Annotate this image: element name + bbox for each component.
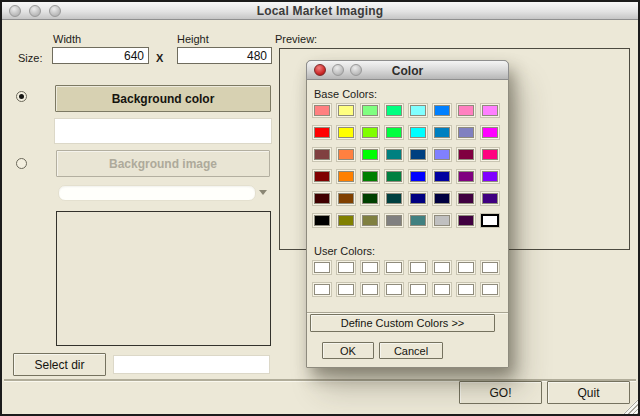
user-color-swatch[interactable] [408, 260, 428, 275]
base-color-swatch[interactable] [480, 125, 500, 140]
base-color-swatch[interactable] [312, 125, 332, 140]
base-color-swatch[interactable] [408, 169, 428, 184]
base-color-swatch[interactable] [432, 169, 452, 184]
base-color-swatch[interactable] [384, 147, 404, 162]
base-color-swatch[interactable] [384, 125, 404, 140]
color-dialog: Color Base Colors: User Colors: Define C… [306, 60, 509, 368]
image-listbox[interactable] [56, 211, 271, 346]
base-color-swatch[interactable] [480, 103, 500, 118]
base-color-swatch[interactable] [360, 191, 380, 206]
user-colors-grid [312, 260, 504, 304]
size-label: Size: [18, 52, 42, 64]
chevron-down-icon[interactable] [259, 190, 267, 195]
base-color-swatch[interactable] [480, 169, 500, 184]
user-colors-label: User Colors: [314, 245, 375, 257]
user-color-swatch[interactable] [360, 260, 380, 275]
base-color-swatch[interactable] [312, 147, 332, 162]
user-color-swatch[interactable] [384, 260, 404, 275]
base-color-swatch[interactable] [456, 147, 476, 162]
color-dialog-titlebar[interactable]: Color [306, 60, 509, 80]
base-color-swatch[interactable] [408, 103, 428, 118]
height-input[interactable] [177, 47, 272, 64]
background-color-value-field[interactable] [54, 118, 272, 144]
user-color-swatch[interactable] [336, 260, 356, 275]
base-color-swatch[interactable] [456, 191, 476, 206]
user-color-swatch[interactable] [336, 282, 356, 297]
base-color-swatch[interactable] [456, 125, 476, 140]
base-color-swatch[interactable] [360, 125, 380, 140]
base-color-swatch[interactable] [432, 125, 452, 140]
base-color-swatch[interactable] [336, 103, 356, 118]
height-label: Height [177, 33, 209, 45]
base-colors-label: Base Colors: [314, 88, 377, 100]
base-color-swatch[interactable] [336, 191, 356, 206]
user-color-swatch[interactable] [480, 260, 500, 275]
base-color-swatch[interactable] [408, 147, 428, 162]
base-color-swatch[interactable] [480, 213, 500, 228]
base-color-swatch[interactable] [480, 191, 500, 206]
user-color-swatch[interactable] [384, 282, 404, 297]
base-color-swatch[interactable] [384, 169, 404, 184]
background-color-button[interactable]: Background color [55, 85, 271, 112]
main-window: Local Market Imaging Width Height Previe… [0, 0, 640, 416]
base-color-swatch[interactable] [312, 213, 332, 228]
base-color-swatch[interactable] [384, 103, 404, 118]
width-label: Width [53, 33, 81, 45]
base-color-swatch[interactable] [432, 103, 452, 118]
size-separator-label: X [156, 52, 163, 64]
define-custom-colors-button[interactable]: Define Custom Colors >> [310, 314, 495, 332]
user-color-swatch[interactable] [408, 282, 428, 297]
user-color-swatch[interactable] [312, 260, 332, 275]
base-color-swatch[interactable] [408, 213, 428, 228]
select-dir-button[interactable]: Select dir [13, 353, 106, 376]
quit-button[interactable]: Quit [547, 381, 630, 404]
cancel-button[interactable]: Cancel [379, 342, 443, 359]
main-titlebar[interactable]: Local Market Imaging [2, 2, 638, 20]
base-color-swatch[interactable] [480, 147, 500, 162]
user-color-swatch[interactable] [360, 282, 380, 297]
ok-button[interactable]: OK [322, 342, 374, 359]
dir-path-field[interactable] [113, 355, 270, 374]
base-color-swatch[interactable] [432, 147, 452, 162]
base-color-swatch[interactable] [432, 191, 452, 206]
base-color-swatch[interactable] [456, 213, 476, 228]
base-color-swatch[interactable] [312, 169, 332, 184]
window-title: Local Market Imaging [2, 2, 638, 20]
user-color-swatch[interactable] [432, 260, 452, 275]
background-image-combobox[interactable] [58, 185, 268, 201]
base-color-swatch[interactable] [408, 191, 428, 206]
color-dialog-title: Color [307, 61, 508, 81]
base-color-swatch[interactable] [336, 147, 356, 162]
combobox-value[interactable] [58, 185, 256, 201]
base-color-swatch[interactable] [360, 213, 380, 228]
width-input[interactable] [52, 47, 149, 64]
dialog-divider [307, 312, 508, 313]
user-color-swatch[interactable] [456, 260, 476, 275]
base-color-swatch[interactable] [360, 147, 380, 162]
base-color-swatch[interactable] [360, 103, 380, 118]
base-color-swatch[interactable] [336, 213, 356, 228]
base-color-swatch[interactable] [336, 169, 356, 184]
base-color-swatch[interactable] [384, 213, 404, 228]
base-color-swatch[interactable] [408, 125, 428, 140]
user-color-swatch[interactable] [480, 282, 500, 297]
base-color-swatch[interactable] [360, 169, 380, 184]
base-color-swatch[interactable] [456, 169, 476, 184]
background-color-radio[interactable] [16, 91, 27, 102]
background-image-radio[interactable] [16, 158, 27, 169]
base-colors-grid [312, 103, 504, 235]
base-color-swatch[interactable] [312, 191, 332, 206]
preview-label: Preview: [275, 33, 317, 45]
base-color-swatch[interactable] [432, 213, 452, 228]
base-color-swatch[interactable] [312, 103, 332, 118]
base-color-swatch[interactable] [384, 191, 404, 206]
background-image-button: Background image [56, 150, 270, 177]
base-color-swatch[interactable] [456, 103, 476, 118]
user-color-swatch[interactable] [432, 282, 452, 297]
base-color-swatch[interactable] [336, 125, 356, 140]
go-button[interactable]: GO! [459, 381, 542, 404]
user-color-swatch[interactable] [456, 282, 476, 297]
user-color-swatch[interactable] [312, 282, 332, 297]
